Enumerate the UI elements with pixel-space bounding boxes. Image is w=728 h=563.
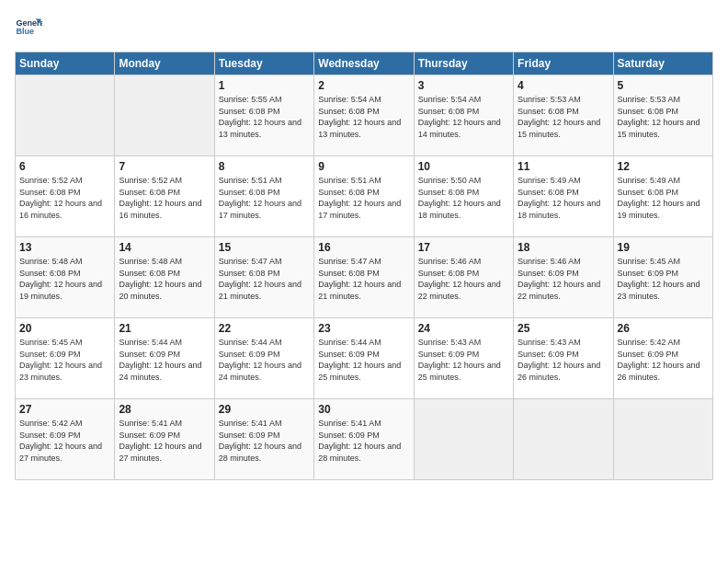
logo-icon: GeneralBlue bbox=[15, 15, 42, 42]
day-number: 17 bbox=[418, 241, 509, 254]
calendar-cell: 25Sunrise: 5:43 AMSunset: 6:09 PMDayligh… bbox=[514, 318, 613, 399]
day-number: 22 bbox=[219, 322, 310, 335]
day-number: 30 bbox=[318, 403, 409, 416]
calendar-cell: 27Sunrise: 5:42 AMSunset: 6:09 PMDayligh… bbox=[16, 399, 115, 480]
calendar-week-row: 27Sunrise: 5:42 AMSunset: 6:09 PMDayligh… bbox=[16, 399, 713, 480]
day-number: 9 bbox=[318, 160, 409, 173]
calendar-cell: 3Sunrise: 5:54 AMSunset: 6:08 PMDaylight… bbox=[414, 75, 513, 156]
day-number: 2 bbox=[318, 79, 409, 92]
calendar-cell: 21Sunrise: 5:44 AMSunset: 6:09 PMDayligh… bbox=[115, 318, 214, 399]
day-info: Sunrise: 5:43 AMSunset: 6:09 PMDaylight:… bbox=[418, 337, 509, 383]
calendar-cell bbox=[16, 75, 115, 156]
day-info: Sunrise: 5:41 AMSunset: 6:09 PMDaylight:… bbox=[119, 418, 210, 464]
calendar-cell bbox=[514, 399, 613, 480]
calendar-cell: 30Sunrise: 5:41 AMSunset: 6:09 PMDayligh… bbox=[314, 399, 414, 480]
svg-text:Blue: Blue bbox=[17, 27, 35, 36]
weekday-header-wednesday: Wednesday bbox=[314, 52, 414, 75]
day-info: Sunrise: 5:53 AMSunset: 6:08 PMDaylight:… bbox=[618, 94, 709, 140]
calendar-cell: 29Sunrise: 5:41 AMSunset: 6:09 PMDayligh… bbox=[214, 399, 313, 480]
calendar-cell: 12Sunrise: 5:49 AMSunset: 6:08 PMDayligh… bbox=[613, 156, 712, 237]
day-number: 25 bbox=[518, 322, 609, 335]
day-info: Sunrise: 5:50 AMSunset: 6:08 PMDaylight:… bbox=[418, 175, 509, 221]
day-info: Sunrise: 5:53 AMSunset: 6:08 PMDaylight:… bbox=[518, 94, 609, 140]
day-info: Sunrise: 5:46 AMSunset: 6:08 PMDaylight:… bbox=[418, 256, 509, 302]
day-number: 3 bbox=[418, 79, 509, 92]
day-info: Sunrise: 5:44 AMSunset: 6:09 PMDaylight:… bbox=[219, 337, 310, 383]
calendar-cell: 9Sunrise: 5:51 AMSunset: 6:08 PMDaylight… bbox=[314, 156, 414, 237]
weekday-header-saturday: Saturday bbox=[613, 52, 712, 75]
day-info: Sunrise: 5:44 AMSunset: 6:09 PMDaylight:… bbox=[119, 337, 210, 383]
day-info: Sunrise: 5:49 AMSunset: 6:08 PMDaylight:… bbox=[618, 175, 709, 221]
calendar-cell: 1Sunrise: 5:55 AMSunset: 6:08 PMDaylight… bbox=[214, 75, 313, 156]
weekday-header-friday: Friday bbox=[514, 52, 613, 75]
day-number: 18 bbox=[518, 241, 609, 254]
calendar-week-row: 1Sunrise: 5:55 AMSunset: 6:08 PMDaylight… bbox=[16, 75, 713, 156]
calendar-cell: 2Sunrise: 5:54 AMSunset: 6:08 PMDaylight… bbox=[314, 75, 414, 156]
day-number: 15 bbox=[219, 241, 310, 254]
day-number: 12 bbox=[618, 160, 709, 173]
calendar-cell: 4Sunrise: 5:53 AMSunset: 6:08 PMDaylight… bbox=[514, 75, 613, 156]
weekday-header-tuesday: Tuesday bbox=[214, 52, 313, 75]
day-number: 20 bbox=[19, 322, 110, 335]
calendar-cell: 5Sunrise: 5:53 AMSunset: 6:08 PMDaylight… bbox=[613, 75, 712, 156]
logo: GeneralBlue bbox=[15, 15, 46, 42]
weekday-header-row: SundayMondayTuesdayWednesdayThursdayFrid… bbox=[16, 52, 713, 75]
calendar-cell: 20Sunrise: 5:45 AMSunset: 6:09 PMDayligh… bbox=[16, 318, 115, 399]
day-info: Sunrise: 5:41 AMSunset: 6:09 PMDaylight:… bbox=[318, 418, 409, 464]
day-info: Sunrise: 5:47 AMSunset: 6:08 PMDaylight:… bbox=[219, 256, 310, 302]
day-number: 8 bbox=[219, 160, 310, 173]
calendar-cell: 11Sunrise: 5:49 AMSunset: 6:08 PMDayligh… bbox=[514, 156, 613, 237]
calendar-cell: 15Sunrise: 5:47 AMSunset: 6:08 PMDayligh… bbox=[214, 237, 313, 318]
calendar-cell: 8Sunrise: 5:51 AMSunset: 6:08 PMDaylight… bbox=[214, 156, 313, 237]
calendar-cell: 24Sunrise: 5:43 AMSunset: 6:09 PMDayligh… bbox=[414, 318, 513, 399]
day-number: 11 bbox=[518, 160, 609, 173]
day-info: Sunrise: 5:51 AMSunset: 6:08 PMDaylight:… bbox=[318, 175, 409, 221]
calendar-cell: 16Sunrise: 5:47 AMSunset: 6:08 PMDayligh… bbox=[314, 237, 414, 318]
day-info: Sunrise: 5:42 AMSunset: 6:09 PMDaylight:… bbox=[19, 418, 110, 464]
calendar-cell bbox=[613, 399, 712, 480]
calendar-cell: 23Sunrise: 5:44 AMSunset: 6:09 PMDayligh… bbox=[314, 318, 414, 399]
day-info: Sunrise: 5:48 AMSunset: 6:08 PMDaylight:… bbox=[119, 256, 210, 302]
day-info: Sunrise: 5:45 AMSunset: 6:09 PMDaylight:… bbox=[19, 337, 110, 383]
day-info: Sunrise: 5:49 AMSunset: 6:08 PMDaylight:… bbox=[518, 175, 609, 221]
weekday-header-monday: Monday bbox=[115, 52, 214, 75]
day-info: Sunrise: 5:51 AMSunset: 6:08 PMDaylight:… bbox=[219, 175, 310, 221]
day-number: 29 bbox=[219, 403, 310, 416]
day-number: 21 bbox=[119, 322, 210, 335]
calendar-cell: 10Sunrise: 5:50 AMSunset: 6:08 PMDayligh… bbox=[414, 156, 513, 237]
calendar-cell: 26Sunrise: 5:42 AMSunset: 6:09 PMDayligh… bbox=[613, 318, 712, 399]
day-info: Sunrise: 5:52 AMSunset: 6:08 PMDaylight:… bbox=[119, 175, 210, 221]
calendar-cell: 18Sunrise: 5:46 AMSunset: 6:09 PMDayligh… bbox=[514, 237, 613, 318]
day-number: 1 bbox=[219, 79, 310, 92]
calendar-cell: 6Sunrise: 5:52 AMSunset: 6:08 PMDaylight… bbox=[16, 156, 115, 237]
day-number: 23 bbox=[318, 322, 409, 335]
day-number: 14 bbox=[119, 241, 210, 254]
calendar-week-row: 20Sunrise: 5:45 AMSunset: 6:09 PMDayligh… bbox=[16, 318, 713, 399]
day-info: Sunrise: 5:45 AMSunset: 6:09 PMDaylight:… bbox=[618, 256, 709, 302]
calendar-week-row: 13Sunrise: 5:48 AMSunset: 6:08 PMDayligh… bbox=[16, 237, 713, 318]
day-info: Sunrise: 5:54 AMSunset: 6:08 PMDaylight:… bbox=[418, 94, 509, 140]
day-info: Sunrise: 5:52 AMSunset: 6:08 PMDaylight:… bbox=[19, 175, 110, 221]
day-number: 7 bbox=[119, 160, 210, 173]
day-info: Sunrise: 5:47 AMSunset: 6:08 PMDaylight:… bbox=[318, 256, 409, 302]
day-info: Sunrise: 5:46 AMSunset: 6:09 PMDaylight:… bbox=[518, 256, 609, 302]
calendar-cell: 13Sunrise: 5:48 AMSunset: 6:08 PMDayligh… bbox=[16, 237, 115, 318]
day-number: 16 bbox=[318, 241, 409, 254]
day-info: Sunrise: 5:42 AMSunset: 6:09 PMDaylight:… bbox=[618, 337, 709, 383]
weekday-header-sunday: Sunday bbox=[16, 52, 115, 75]
day-number: 10 bbox=[418, 160, 509, 173]
day-info: Sunrise: 5:48 AMSunset: 6:08 PMDaylight:… bbox=[19, 256, 110, 302]
page-header: GeneralBlue bbox=[15, 15, 713, 42]
weekday-header-thursday: Thursday bbox=[414, 52, 513, 75]
day-number: 28 bbox=[119, 403, 210, 416]
day-number: 19 bbox=[618, 241, 709, 254]
calendar-cell: 7Sunrise: 5:52 AMSunset: 6:08 PMDaylight… bbox=[115, 156, 214, 237]
calendar-week-row: 6Sunrise: 5:52 AMSunset: 6:08 PMDaylight… bbox=[16, 156, 713, 237]
day-number: 5 bbox=[618, 79, 709, 92]
day-number: 27 bbox=[19, 403, 110, 416]
day-info: Sunrise: 5:43 AMSunset: 6:09 PMDaylight:… bbox=[518, 337, 609, 383]
day-number: 26 bbox=[618, 322, 709, 335]
calendar-cell: 14Sunrise: 5:48 AMSunset: 6:08 PMDayligh… bbox=[115, 237, 214, 318]
calendar-cell: 22Sunrise: 5:44 AMSunset: 6:09 PMDayligh… bbox=[214, 318, 313, 399]
calendar-cell: 17Sunrise: 5:46 AMSunset: 6:08 PMDayligh… bbox=[414, 237, 513, 318]
